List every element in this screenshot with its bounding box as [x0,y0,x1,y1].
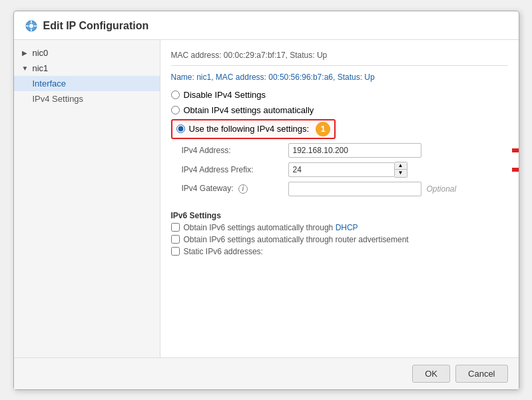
nic1-mac-info: Name: nic1, MAC address: 00:50:56:96:b7:… [171,73,375,82]
dialog-title-bar: Edit IP Configuration [14,11,519,40]
spinner-up-btn[interactable]: ▲ [395,162,407,170]
edit-ip-configuration-dialog: Edit IP Configuration ▶ nic0 ▼ nic1 Inte… [13,11,519,390]
ipv4-prefix-label: IPv4 Address Prefix: [182,165,288,174]
right-content-panel: MAC address: 00:0c:29:a7:bf:17, Status: … [160,40,519,357]
ipv4-prefix-input[interactable] [288,162,395,177]
ipv4-address-label: IPv4 Address: [182,146,288,155]
radio-row-auto: Obtain IPv4 settings automatically [171,104,508,116]
dialog-title-text: Edit IP Configuration [43,20,149,32]
radio-auto-ipv4[interactable] [171,106,180,114]
gateway-label-text: IPv4 Gateway: [182,184,234,193]
svg-marker-7 [512,165,519,174]
svg-marker-6 [512,146,519,155]
tree-item-nic1-interface[interactable]: Interface [14,76,160,91]
ipv6-dhcp-label-text: Obtain IPv6 settings automatically throu… [184,223,336,232]
nic0-label: nic0 [33,48,49,58]
radio-auto-label[interactable]: Obtain IPv4 settings automatically [184,105,314,115]
ok-button[interactable]: OK [412,365,450,383]
radio-row-disable: Disable IPv4 Settings [171,89,508,101]
radio-manual-ipv4[interactable] [176,124,185,133]
gateway-info-icon[interactable]: i [238,184,248,194]
ipv6-dhcp-label[interactable]: Obtain IPv6 settings automatically throu… [184,223,358,232]
radio-row-manual: Use the following IPv4 settings: 1 [171,119,336,139]
cancel-button[interactable]: Cancel [455,365,507,383]
nic0-info-row: MAC address: 00:0c:29:a7:bf:17, Status: … [171,47,508,64]
ipv6-static-label[interactable]: Static IPv6 addresses: [184,247,263,256]
radio-disable-label[interactable]: Disable IPv4 Settings [184,90,266,100]
left-nav-panel: ▶ nic0 ▼ nic1 Interface IPv4 Settings [14,40,160,357]
red-arrow-prefix [512,164,519,176]
ipv6-router-row: Obtain IPv6 settings automatically throu… [171,235,508,244]
nic0-collapse-arrow: ▶ [22,49,30,57]
radio-disable-ipv4[interactable] [171,91,180,99]
ipv4-prefix-spinner: ▲ ▼ [288,162,407,178]
ipv6-section: IPv6 Settings Obtain IPv6 settings autom… [171,207,508,256]
tree-item-nic0[interactable]: ▶ nic0 [14,45,160,61]
ipv6-static-row: Static IPv6 addresses: [171,247,508,256]
radio-manual-label[interactable]: Use the following IPv4 settings: [189,124,310,134]
ipv4-prefix-row: IPv4 Address Prefix: ▲ ▼ [182,162,508,178]
ipv6-section-label: IPv6 Settings [171,207,508,223]
ipv4-address-row: IPv4 Address: [182,143,508,158]
interface-label: Interface [33,79,67,89]
gateway-optional-text: Optional [427,184,457,194]
ipv4-gateway-input[interactable] [288,182,421,196]
step-badge-1: 1 [316,122,330,136]
ipv6-static-checkbox[interactable] [171,247,180,256]
nic1-collapse-arrow: ▼ [22,65,30,72]
ipv4-fields-table: IPv4 Address: IPv4 Address Prefix: ▲ ▼ [182,143,508,196]
spinner-buttons: ▲ ▼ [395,162,407,178]
ipv6-router-label[interactable]: Obtain IPv6 settings automatically throu… [184,235,409,244]
dialog-body: ▶ nic0 ▼ nic1 Interface IPv4 Settings MA… [14,40,519,357]
nic1-interface-info: Name: nic1, MAC address: 00:50:56:96:b7:… [171,69,508,86]
svg-point-1 [29,24,33,28]
ipv4-settings-label: IPv4 Settings [33,94,84,104]
nic0-mac-info: MAC address: 00:0c:29:a7:bf:17, Status: … [171,51,328,60]
ipv6-router-checkbox[interactable] [171,235,180,244]
spinner-down-btn[interactable]: ▼ [395,170,407,177]
ipv4-gateway-row: IPv4 Gateway: i Optional [182,182,508,196]
ipv4-gateway-label: IPv4 Gateway: i [182,184,288,194]
ipv4-address-input[interactable] [288,143,421,158]
tree-item-nic1-ipv4[interactable]: IPv4 Settings [14,91,160,106]
dialog-footer: OK Cancel [14,357,519,389]
ipv6-dhcp-checkbox[interactable] [171,223,180,232]
ipv4-radio-group: Disable IPv4 Settings Obtain IPv4 settin… [171,89,508,139]
network-config-icon [25,19,38,33]
nic1-label: nic1 [33,63,49,73]
tree-item-nic1[interactable]: ▼ nic1 [14,61,160,76]
red-arrow-address [512,144,519,156]
ipv6-dhcp-link[interactable]: DHCP [336,223,358,232]
ipv6-dhcp-row: Obtain IPv6 settings automatically throu… [171,223,508,232]
